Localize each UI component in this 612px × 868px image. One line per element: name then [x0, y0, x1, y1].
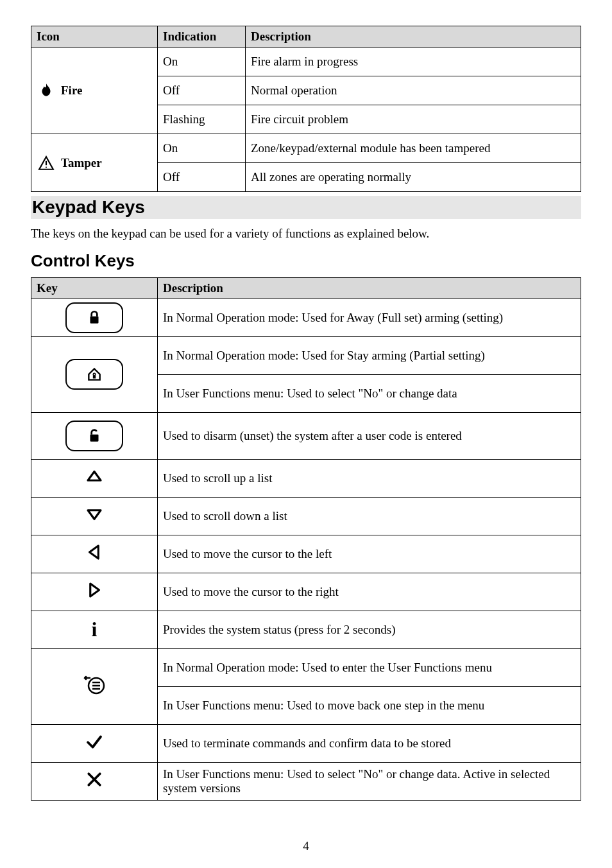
home-lock-icon — [86, 366, 103, 383]
icon-tamper-cell: Tamper — [31, 134, 158, 192]
keypad-keys-body: The keys on the keypad can be used for a… — [31, 225, 581, 242]
key-confirm — [31, 724, 158, 762]
svg-rect-3 — [93, 375, 96, 378]
control-keys-heading: Control Keys — [31, 251, 581, 271]
flame-icon — [38, 82, 55, 99]
key-button[interactable] — [65, 302, 123, 333]
triangle-down-icon[interactable] — [85, 505, 104, 524]
key-away-arm — [31, 299, 158, 336]
key-button[interactable] — [65, 359, 123, 390]
key-cursor-right-desc: Used to move the cursor to the right — [158, 573, 581, 611]
col-description: Description — [246, 26, 581, 48]
key-scroll-down — [31, 497, 158, 535]
svg-point-1 — [46, 166, 47, 168]
fire-off-desc: Normal operation — [246, 76, 581, 105]
col-indication: Indication — [158, 26, 246, 48]
key-cancel — [31, 762, 158, 800]
key-confirm-desc: Used to terminate commands and confirm d… — [158, 724, 581, 762]
key-status: i — [31, 611, 158, 648]
fire-off-ind: Off — [158, 76, 246, 105]
tamper-off-ind: Off — [158, 163, 246, 192]
key-button[interactable] — [65, 421, 123, 451]
key-away-arm-desc: In Normal Operation mode: Used for Away … — [158, 299, 581, 336]
info-icon[interactable]: i — [92, 618, 98, 641]
key-disarm-desc: Used to disarm (unset) the system after … — [158, 412, 581, 459]
icon-fire-cell: Fire — [31, 48, 158, 134]
svg-rect-2 — [90, 316, 99, 323]
tamper-on-desc: Zone/keypad/external module has been tam… — [246, 134, 581, 163]
key-cursor-right — [31, 573, 158, 611]
icon-fire-label: Fire — [61, 83, 82, 98]
control-keys-table: Key Description In Normal Operation mode… — [31, 277, 581, 801]
fire-on-desc: Fire alarm in progress — [246, 48, 581, 76]
col-key: Key — [31, 277, 158, 299]
key-disarm — [31, 412, 158, 459]
lock-closed-icon — [86, 309, 103, 326]
warning-triangle-icon — [38, 155, 55, 171]
key-cursor-left-desc: Used to move the cursor to the left — [158, 535, 581, 573]
key-scroll-down-desc: Used to scroll down a list — [158, 497, 581, 535]
fire-flash-ind: Flashing — [158, 105, 246, 134]
key-scroll-up — [31, 459, 158, 497]
fire-on-ind: On — [158, 48, 246, 76]
lock-open-icon — [86, 428, 103, 444]
key-status-desc: Provides the system status (press for 2 … — [158, 611, 581, 648]
key-stay-arm-desc2: In User Functions menu: Used to select "… — [158, 374, 581, 412]
icon-tamper-label: Tamper — [61, 156, 102, 170]
tamper-on-ind: On — [158, 134, 246, 163]
key-cursor-left — [31, 535, 158, 573]
icon-indication-table: Icon Indication Description Fire On Fire… — [31, 26, 581, 192]
key-stay-arm — [31, 336, 158, 412]
menu-back-icon[interactable] — [82, 674, 106, 696]
key-cancel-desc: In User Functions menu: Used to select "… — [158, 762, 581, 800]
triangle-right-icon[interactable] — [85, 580, 104, 600]
x-icon[interactable] — [85, 770, 104, 789]
tamper-off-desc: All zones are operating normally — [246, 163, 581, 192]
keypad-keys-heading: Keypad Keys — [31, 196, 581, 219]
fire-flash-desc: Fire circuit problem — [246, 105, 581, 134]
key-menu-desc2: In User Functions menu: Used to move bac… — [158, 686, 581, 724]
key-menu-desc1: In Normal Operation mode: Used to enter … — [158, 648, 581, 686]
page-number: 4 — [31, 839, 581, 853]
col-key-desc: Description — [158, 277, 581, 299]
key-scroll-up-desc: Used to scroll up a list — [158, 459, 581, 497]
triangle-up-icon[interactable] — [85, 467, 104, 486]
key-menu-back — [31, 648, 158, 724]
triangle-left-icon[interactable] — [85, 542, 104, 562]
check-icon[interactable] — [85, 732, 104, 751]
svg-rect-4 — [90, 434, 99, 441]
key-stay-arm-desc1: In Normal Operation mode: Used for Stay … — [158, 336, 581, 374]
col-icon: Icon — [31, 26, 158, 48]
